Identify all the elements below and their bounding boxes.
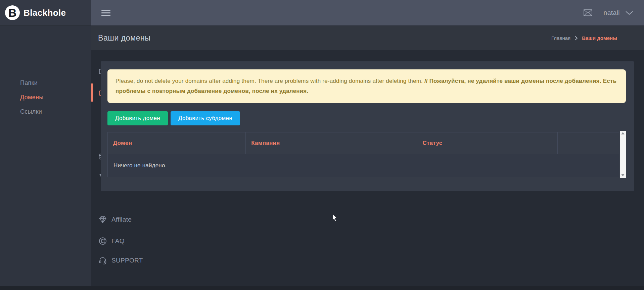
logo-letter: B [8,6,17,19]
domains-card: Please, do not delete your domains after… [101,61,634,191]
user-menu[interactable]: natali [604,9,633,16]
sidebar-item-links[interactable]: Ссылки [0,106,91,118]
warning-alert: Please, do not delete your domains after… [107,69,626,103]
brand-name: Blackhole [24,8,66,18]
domains-table-wrapper: Домен Кампания Статус Ничего не найдено. [107,132,626,177]
breadcrumb-home-link[interactable]: Главная [551,35,570,41]
breadcrumb: Главная Ваши домены [551,35,617,41]
table-scrollbar[interactable] [620,131,626,178]
sidebar-item-folders[interactable]: Папки [0,77,91,89]
sidebar-item-label: Папки [20,79,38,86]
scroll-down-icon[interactable] [621,174,625,176]
breadcrumb-current: Ваши домены [582,35,617,41]
empty-state-text: Ничего не найдено. [108,154,619,177]
sidebar-item-label: Ссылки [20,108,42,115]
column-header-status: Статус [417,132,558,154]
chevron-down-icon [625,11,633,15]
page-title: Ваши домены [98,34,150,43]
add-domain-button[interactable]: Добавить домен [107,111,168,125]
column-header-actions [558,132,619,154]
table-header-row: Домен Кампания Статус [108,132,619,154]
add-subdomain-button[interactable]: Добавить субдомен [171,111,240,125]
sidebar-item-domains[interactable]: Домены [0,91,91,103]
chevron-right-icon [574,36,578,41]
domains-table: Домен Кампания Статус Ничего не найдено. [107,132,619,177]
alert-text-en: Please, do not delete your domains after… [116,78,424,84]
scroll-up-icon[interactable] [621,132,625,134]
column-header-domain: Домен [108,132,246,154]
navbar-right: natali [584,9,633,16]
main-area: Ваши домены Главная Ваши домены Please, … [91,26,644,290]
table-row: Ничего не найдено. [108,154,619,177]
top-navbar: B Blackhole natali [0,0,644,26]
button-row: Добавить домен Добавить субдомен [107,111,626,125]
username: natali [604,9,620,16]
brand[interactable]: B Blackhole [0,0,91,25]
mail-icon[interactable] [584,9,592,16]
column-header-campaign: Кампания [246,132,417,154]
content: Please, do not delete your domains after… [91,50,644,191]
bottom-edge [0,286,644,290]
hamburger-menu-icon[interactable] [101,10,110,16]
sidebar-menu: ГлавнаяКампанииПапкиДоменыСсылкиПлатежиП… [0,26,91,242]
blackhole-logo-icon: B [5,5,20,20]
sidebar: ГлавнаяКампанииПапкиДоменыСсылкиПлатежиП… [0,26,91,290]
page-header: Ваши домены Главная Ваши домены [91,26,644,50]
sidebar-item-label: Домены [20,94,43,101]
